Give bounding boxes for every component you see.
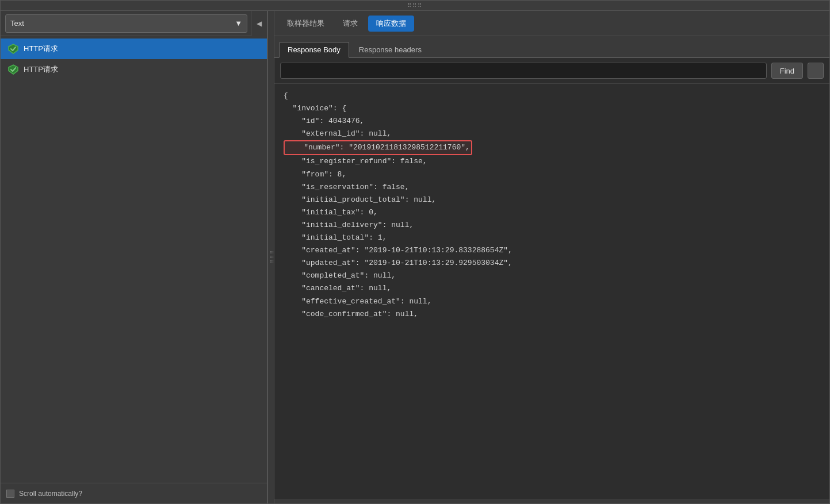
top-tab-bar: 取样器结果 请求 响应数据 (274, 11, 829, 36)
resizer-dots-icon: ⠿⠿⠿ (269, 251, 274, 264)
json-line-0: { (284, 90, 820, 102)
json-content-area[interactable]: { "invoice": { "id": 4043476, "external_… (274, 84, 829, 499)
json-line-16: "effective_created_at": null, (284, 295, 820, 308)
tree-item-2[interactable]: HTTP请求 (1, 59, 267, 80)
drag-dots: ⠿⠿⠿ (407, 2, 423, 9)
sub-tab-response-body[interactable]: Response Body (279, 42, 349, 58)
json-line-11: "initial_total": 1, (284, 232, 820, 244)
tab-sampler-results[interactable]: 取样器结果 (279, 16, 332, 32)
json-line-5: "is_register_refund": false, (284, 155, 820, 168)
collapse-arrow-icon: ◀ (257, 20, 262, 28)
svg-marker-0 (9, 44, 18, 53)
type-dropdown[interactable]: Text ▼ (5, 14, 247, 33)
drag-handle[interactable]: ⠿⠿⠿ (1, 1, 829, 11)
svg-marker-1 (9, 65, 18, 74)
scroll-label: Scroll automatically? (19, 490, 82, 498)
json-line-12: "created_at": "2019-10-21T10:13:29.83328… (284, 244, 820, 257)
collapse-button[interactable]: ◀ (251, 11, 267, 36)
highlighted-json-line: "number": "20191021181329851221​1760", (284, 140, 472, 155)
left-header: Text ▼ ◀ (1, 11, 267, 36)
horizontal-scrollbar[interactable] (274, 499, 829, 503)
json-line-13: "updated_at": "2019-10-21T10:13:29.92950… (284, 257, 820, 270)
find-button[interactable]: Find (771, 63, 803, 79)
sub-tab-bar: Response Body Response headers (274, 36, 829, 58)
json-line-9: "initial_tax": 0, (284, 206, 820, 219)
dropdown-arrow-icon: ▼ (235, 19, 242, 28)
json-line-7: "is_reservation": false, (284, 181, 820, 194)
shield-green-icon-2 (7, 64, 19, 75)
json-line-3: "external_id": null, (284, 128, 820, 140)
search-input[interactable] (280, 63, 767, 79)
search-bar: Find (274, 58, 829, 84)
tree-item-1[interactable]: HTTP请求 (1, 39, 267, 59)
shield-green-icon-1 (7, 43, 19, 55)
json-line-14: "completed_at": null, (284, 270, 820, 282)
tree-item-2-label: HTTP请求 (24, 64, 58, 75)
find-extra-button[interactable] (808, 63, 824, 79)
json-line-1: "invoice": { (284, 102, 820, 115)
tab-request[interactable]: 请求 (335, 16, 366, 32)
json-line-8: "initial_product_total": null, (284, 194, 820, 206)
tab-response-data[interactable]: 响应数据 (368, 16, 414, 32)
scroll-checkbox[interactable] (6, 490, 14, 498)
json-line-10: "initial_delivery": null, (284, 219, 820, 232)
left-footer: Scroll automatically? (1, 483, 267, 503)
json-line-15: "canceled_at": null, (284, 282, 820, 295)
panel-resizer[interactable]: ⠿⠿⠿ (267, 11, 274, 503)
sub-tab-response-headers[interactable]: Response headers (350, 42, 430, 57)
json-line-2: "id": 4043476, (284, 115, 820, 128)
tree-list: HTTP请求 HTTP请求 (1, 36, 267, 483)
content-area: Text ▼ ◀ HTTP请求 (1, 11, 829, 503)
dropdown-label: Text (10, 19, 24, 28)
main-container: ⠿⠿⠿ Text ▼ ◀ (0, 0, 830, 504)
json-line-17: "code_confirmed_at": null, (284, 308, 820, 321)
tree-item-1-label: HTTP请求 (24, 44, 58, 54)
left-panel: Text ▼ ◀ HTTP请求 (1, 11, 267, 503)
right-panel: 取样器结果 请求 响应数据 Response Body Response hea… (274, 11, 829, 503)
json-line-4: "number": "20191021181329851221​1760", (284, 140, 820, 155)
json-line-6: "from": 8, (284, 168, 820, 181)
